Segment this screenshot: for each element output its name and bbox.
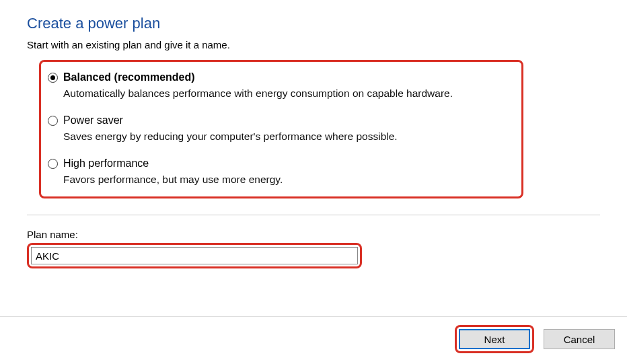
plan-option-powersaver[interactable]: Power saver Saves energy by reducing you…	[48, 114, 509, 143]
footer-buttons: Next Cancel	[455, 325, 615, 353]
next-button-highlight: Next	[455, 325, 534, 353]
page-title: Create a power plan	[27, 15, 600, 32]
section-divider	[27, 215, 600, 215]
plan-name-input[interactable]	[31, 247, 358, 264]
plan-option-balanced[interactable]: Balanced (recommended) Automatically bal…	[48, 71, 509, 100]
cancel-button[interactable]: Cancel	[544, 329, 615, 349]
plan-label: High performance	[63, 157, 149, 170]
plan-options-group: Balanced (recommended) Automatically bal…	[39, 60, 523, 198]
plan-label: Power saver	[63, 114, 123, 126]
radio-icon[interactable]	[48, 73, 58, 83]
plan-name-label: Plan name:	[27, 229, 600, 240]
next-button[interactable]: Next	[459, 329, 530, 349]
footer-divider	[0, 316, 627, 317]
page-subtitle: Start with an existing plan and give it …	[27, 39, 600, 50]
plan-description: Saves energy by reducing your computer's…	[63, 131, 509, 143]
plan-name-highlight	[27, 243, 362, 268]
radio-icon[interactable]	[48, 159, 58, 169]
plan-description: Favors performance, but may use more ene…	[63, 174, 509, 186]
plan-option-highperf[interactable]: High performance Favors performance, but…	[48, 157, 509, 186]
plan-description: Automatically balances performance with …	[63, 87, 509, 100]
radio-icon[interactable]	[48, 116, 58, 126]
plan-label: Balanced (recommended)	[63, 71, 195, 83]
